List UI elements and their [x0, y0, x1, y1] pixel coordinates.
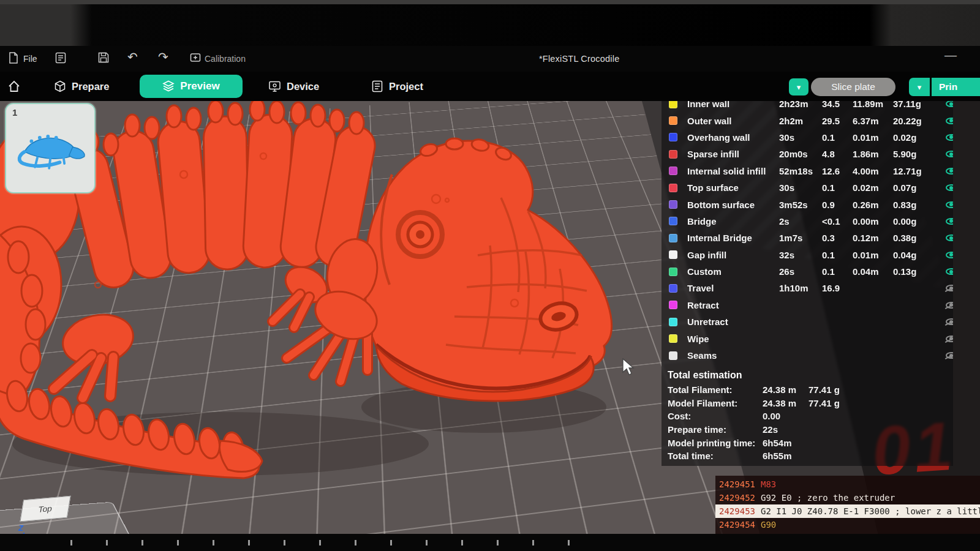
calibration-icon[interactable]	[190, 52, 201, 63]
calibration-menu[interactable]: Calibration	[205, 54, 246, 64]
total-label: Model Filament:	[668, 398, 737, 408]
undo-icon[interactable]: ↶	[127, 51, 138, 63]
feature-row: Seams	[662, 347, 953, 364]
redo-icon[interactable]: ↷	[158, 51, 168, 63]
gcode-line-text: G2 I1 J0 Z40.78 E-1 F3000 ; lower z a li…	[761, 504, 980, 518]
save-icon[interactable]	[98, 52, 109, 63]
feature-length: 0.01m	[853, 132, 893, 143]
visibility-eye-icon[interactable]	[946, 201, 953, 208]
feature-color-swatch	[669, 217, 677, 225]
feature-percent: <0.1	[822, 216, 853, 227]
feature-name: Top surface	[687, 182, 779, 193]
visibility-eye-off-icon[interactable]	[946, 285, 953, 291]
feature-name: Seams	[687, 350, 779, 361]
feature-weight: 0.00g	[893, 216, 941, 227]
visibility-eye-icon[interactable]	[946, 268, 953, 275]
feature-row: Unretract	[662, 313, 953, 330]
menu-bar: File ↶ ↷ Calibration *FlexiSTL Crocodile…	[0, 46, 980, 72]
feature-name: Outer wall	[687, 116, 779, 126]
gcode-line-text: M83	[761, 478, 776, 491]
home-icon[interactable]	[7, 80, 21, 93]
slider-tick-marks	[70, 540, 603, 545]
feature-color-swatch	[669, 301, 677, 309]
feature-time: 30s	[779, 182, 822, 193]
visibility-eye-icon[interactable]	[946, 168, 953, 174]
visibility-eye-icon[interactable]	[946, 151, 953, 157]
feature-name: Retract	[687, 300, 779, 310]
visibility-eye-icon[interactable]	[946, 118, 953, 124]
visibility-eye-icon[interactable]	[946, 252, 953, 258]
feature-row: Retract	[662, 297, 953, 313]
notes-icon[interactable]	[55, 52, 66, 64]
tab-preview[interactable]: Preview	[140, 75, 243, 98]
visibility-eye-off-icon[interactable]	[946, 335, 953, 342]
feature-length: 6.37m	[853, 116, 893, 126]
feature-percent: 0.1	[822, 182, 853, 193]
tab-device[interactable]: Device	[268, 72, 319, 101]
slice-options-chevron-icon[interactable]: ▾	[789, 78, 809, 96]
gcode-line[interactable]: 2429452G92 E0 ; zero the extruder	[715, 491, 980, 504]
feature-legend-table: Inner wall2h23m34.511.89m37.11g Outer wa…	[662, 101, 953, 364]
feature-weight: 0.02g	[893, 132, 941, 143]
slice-plate-button[interactable]: Slice plate	[811, 78, 895, 96]
visibility-eye-icon[interactable]	[946, 101, 953, 107]
layer-slider-bar[interactable]	[0, 534, 980, 551]
file-menu[interactable]: File	[23, 54, 37, 64]
feature-row: Inner wall2h23m34.511.89m37.11g	[662, 101, 953, 112]
visibility-eye-icon[interactable]	[946, 218, 953, 225]
feature-time: 32s	[779, 250, 822, 260]
viewport-3d[interactable]: 01	[0, 101, 980, 551]
feature-name: Gap infill	[687, 250, 779, 260]
total-label: Cost:	[668, 411, 691, 421]
tab-project-label: Project	[389, 81, 423, 92]
feature-row: Outer wall2h2m29.56.37m20.22g	[662, 112, 953, 129]
feature-name: Travel	[687, 283, 779, 293]
gcode-line[interactable]: 2429451M83	[715, 478, 980, 491]
feature-time: 26s	[779, 266, 822, 277]
feature-percent: 16.9	[822, 283, 853, 293]
window-title: *FlexiSTL Crocodile	[539, 54, 619, 64]
print-button[interactable]: Prin	[932, 78, 980, 96]
total-label: Total time:	[668, 451, 714, 461]
feature-weight: 0.07g	[893, 182, 941, 193]
feature-length: 11.89m	[853, 101, 893, 109]
feature-name: Overhang wall	[687, 132, 779, 143]
print-options-chevron-icon[interactable]: ▾	[909, 78, 930, 96]
visibility-eye-icon[interactable]	[946, 234, 953, 241]
tab-project[interactable]: Project	[371, 72, 423, 101]
plate-thumbnail-card[interactable]: 1	[5, 103, 96, 193]
feature-time: 2h2m	[779, 116, 822, 126]
mouse-cursor	[622, 358, 637, 377]
file-icon[interactable]	[9, 52, 18, 64]
feature-percent: 4.8	[822, 149, 853, 159]
feature-time: 1m7s	[779, 233, 822, 243]
visibility-eye-off-icon[interactable]	[946, 352, 953, 359]
feature-weight: 0.13g	[893, 266, 941, 277]
gcode-line[interactable]: 2429454G90	[715, 518, 980, 531]
visibility-eye-off-icon[interactable]	[946, 302, 953, 309]
total-value-2: 77.41 g	[809, 384, 840, 395]
total-value: 0.00	[763, 411, 780, 421]
crocodile-model-3d[interactable]	[0, 101, 662, 551]
feature-weight: 20.22g	[893, 116, 941, 126]
monitor-bezel	[0, 0, 980, 46]
visibility-eye-icon[interactable]	[946, 184, 953, 191]
tab-prepare[interactable]: Prepare	[54, 72, 109, 101]
feature-time: 2s	[779, 216, 822, 227]
gcode-line-selected[interactable]: 2429453G2 I1 J0 Z40.78 E-1 F3000 ; lower…	[715, 504, 980, 518]
feature-length: 0.00m	[853, 216, 893, 227]
gcode-line-text: G92 E0 ; zero the extruder	[761, 491, 895, 504]
feature-percent: 0.1	[822, 266, 853, 277]
feature-color-swatch	[669, 200, 677, 209]
feature-length: 0.02m	[853, 182, 893, 193]
feature-weight: 5.90g	[893, 149, 941, 159]
feature-length: 4.00m	[853, 166, 893, 176]
view-cube-top[interactable]: Top	[20, 496, 70, 522]
feature-row: Bridge2s<0.10.00m0.00g	[662, 213, 953, 230]
minimize-button[interactable]: —	[944, 48, 957, 62]
visibility-eye-off-icon[interactable]	[946, 318, 953, 325]
feature-name: Unretract	[687, 317, 779, 327]
tab-device-label: Device	[287, 81, 319, 92]
visibility-eye-icon[interactable]	[946, 134, 953, 141]
feature-color-swatch	[669, 184, 677, 192]
